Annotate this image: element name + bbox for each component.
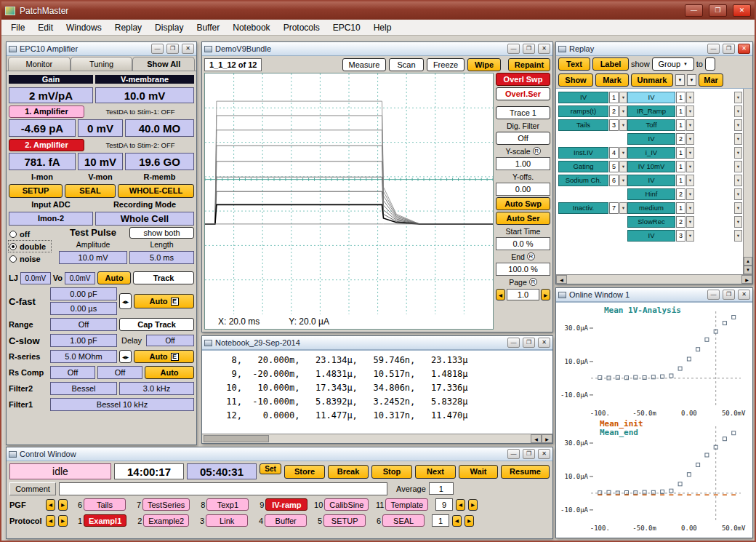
menu-item[interactable]: File (4, 20, 31, 35)
menu-item[interactable]: EPC10 (326, 20, 367, 35)
pgf-item-button[interactable]: IV-ramp (265, 498, 307, 511)
page-right-icon[interactable]: ▶ (541, 289, 550, 300)
amplitude-field[interactable]: 10.0 mV (59, 251, 127, 264)
close-icon[interactable]: ✕ (538, 44, 550, 54)
chevron-down-icon[interactable]: ▼ (734, 92, 742, 103)
tab[interactable]: Monitor (8, 57, 71, 71)
scroll-down-icon[interactable]: ▼ (744, 266, 752, 274)
minimize-icon[interactable]: — (151, 44, 164, 54)
maximize-icon[interactable]: ❐ (723, 290, 735, 300)
oscilloscope-titlebar[interactable]: DemoV9Bundle — ❐ ✕ (202, 42, 552, 56)
tab[interactable]: Tuning (71, 57, 133, 71)
sweep-pill[interactable]: IV (627, 230, 675, 242)
chevron-down-icon[interactable]: ▼ (675, 74, 685, 86)
series-pill[interactable]: ramps(t) (558, 105, 608, 117)
chevron-down-icon[interactable]: ▼ (686, 119, 694, 131)
auto-sweep-button[interactable]: Auto Swp (496, 197, 550, 210)
scrollbar-track[interactable] (744, 89, 752, 257)
protocol-item-button[interactable]: Link (206, 514, 248, 527)
swap-arrows-icon[interactable]: ◀▶ (119, 293, 132, 309)
replay-titlebar[interactable]: Replay — ❐ ✕ (556, 42, 752, 56)
repaint-button[interactable]: Repaint (508, 58, 550, 71)
sweep-pill[interactable]: Hinf (627, 188, 675, 200)
clipped-dropdown[interactable] (705, 57, 715, 71)
auto-series-button[interactable]: Auto Ser (496, 212, 550, 225)
scroll-left-icon[interactable]: ◀ (531, 434, 542, 443)
unmark-button[interactable]: Unmark (631, 73, 673, 87)
vo-field[interactable]: 0.0mV (65, 272, 95, 284)
show-both-button[interactable]: show both (129, 227, 194, 239)
menu-item[interactable]: Buffer (190, 20, 226, 35)
chevron-down-icon[interactable]: ▼ (619, 161, 627, 172)
menu-item[interactable]: Notebook (226, 20, 276, 35)
store-button[interactable]: Store (284, 465, 325, 479)
protocol-item-button[interactable]: Example2 (143, 514, 189, 527)
pgf-item-button[interactable]: TestSeries (142, 498, 190, 511)
horizontal-scrollbar[interactable]: ◀ ▶ (202, 434, 552, 443)
amplifier1-button[interactable]: 1. Amplifier (9, 105, 84, 118)
close-icon[interactable]: ✕ (733, 4, 751, 17)
tab[interactable]: Show All (132, 57, 195, 71)
close-icon[interactable]: ✕ (738, 44, 750, 54)
wait-button[interactable]: Wait (459, 465, 498, 479)
maximize-icon[interactable]: ❐ (723, 44, 735, 54)
chevron-down-icon[interactable]: ▼ (686, 161, 694, 172)
cfast-auto-button[interactable]: AutoE (134, 294, 194, 308)
whole-cell-button[interactable]: WHOLE-CELL (118, 184, 194, 198)
comment-input[interactable] (59, 482, 387, 495)
scrollbar-thumb[interactable] (204, 435, 269, 442)
chevron-down-icon[interactable]: ▼ (686, 175, 694, 186)
protocol-prev-icon[interactable]: ◀ (46, 515, 55, 527)
chevron-down-icon[interactable]: ▼ (686, 216, 694, 228)
vertical-scrollbar[interactable]: ▲ ▼ (743, 89, 752, 274)
overlay-sweep-button[interactable]: Overl Swp (496, 73, 550, 86)
minimize-icon[interactable]: — (507, 338, 520, 348)
sweep-pill[interactable]: IV 10mV (627, 161, 675, 172)
recording-mode-field[interactable]: Whole Cell (95, 212, 194, 226)
minimize-icon[interactable]: — (507, 449, 520, 459)
series-pill[interactable]: Tails (558, 119, 608, 131)
group-dropdown[interactable]: Group▼ (652, 57, 694, 71)
rseries-field[interactable]: 5.0 MOhm (50, 350, 117, 363)
sweep-pill[interactable]: SlowRec (627, 216, 675, 228)
chevron-down-icon[interactable]: ▼ (686, 188, 694, 200)
series-pill[interactable]: Gating (558, 161, 608, 172)
gain-value-field[interactable]: 2 mV/pA (9, 87, 93, 103)
overlay-series-button[interactable]: Overl.Ser (496, 87, 550, 100)
stop-button[interactable]: Stop (371, 465, 412, 479)
scan-button[interactable]: Scan (389, 58, 424, 71)
menu-item[interactable]: Display (148, 20, 190, 35)
horizontal-scrollbar[interactable]: ◀ ▶ (556, 274, 752, 284)
set-button[interactable]: Set (260, 463, 281, 474)
pgf-item-button[interactable]: Tails (84, 498, 126, 511)
close-icon[interactable]: ✕ (538, 449, 550, 459)
chevron-down-icon[interactable]: ▼ (734, 175, 742, 186)
chevron-down-icon[interactable]: ▼ (734, 119, 742, 131)
chevron-down-icon[interactable]: ▼ (686, 202, 694, 214)
minimize-icon[interactable]: — (707, 290, 720, 300)
protocol-down-icon[interactable]: ▶ (465, 515, 474, 527)
chevron-down-icon[interactable]: ▼ (734, 216, 742, 228)
test-pulse-radio[interactable]: double (9, 241, 51, 252)
pgf-index-field[interactable]: 9 (435, 498, 453, 511)
range-field[interactable]: Off (50, 318, 117, 331)
radio-icon[interactable] (9, 255, 17, 263)
chevron-down-icon[interactable]: ▼ (734, 105, 742, 117)
chevron-down-icon[interactable]: ▼ (687, 74, 696, 86)
filter2-freq-field[interactable]: 3.0 kHz (119, 382, 194, 395)
chevron-down-icon[interactable]: ▼ (734, 230, 742, 242)
sweep-pill[interactable]: IV (627, 133, 675, 145)
chevron-down-icon[interactable]: ▼ (686, 147, 694, 159)
pgf-prev-icon[interactable]: ◀ (46, 499, 55, 511)
protocol-next-icon[interactable]: ▶ (58, 515, 68, 527)
text-button[interactable]: Text (558, 57, 590, 71)
input-adc-field[interactable]: Imon-2 (9, 212, 93, 226)
pgf-down-icon[interactable]: ▶ (468, 499, 478, 511)
chevron-down-icon[interactable]: ▼ (686, 105, 694, 117)
filter1-field[interactable]: Bessel 10 kHz (50, 398, 194, 411)
menu-item[interactable]: Protocols (277, 20, 326, 35)
chevron-down-icon[interactable]: ▼ (619, 202, 627, 214)
maximize-icon[interactable]: ❐ (166, 44, 179, 54)
chevron-down-icon[interactable]: ▼ (734, 188, 742, 200)
chevron-down-icon[interactable]: ▼ (619, 147, 627, 159)
